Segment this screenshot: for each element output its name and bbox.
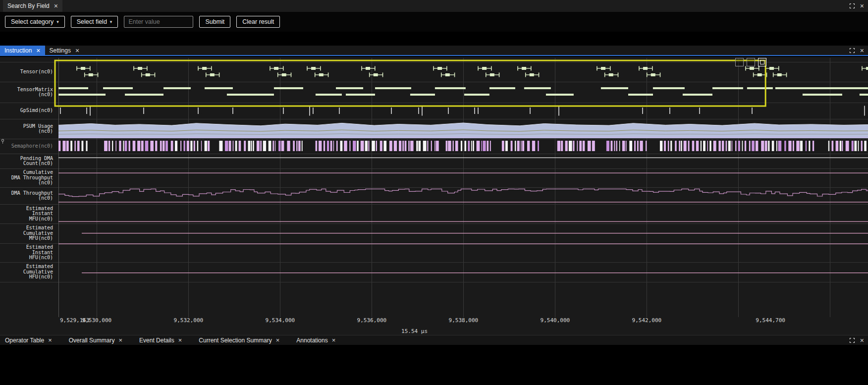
tab-label: Event Details	[139, 337, 174, 344]
select-category-button[interactable]: Select category ▾	[5, 16, 65, 28]
value-input[interactable]	[124, 16, 193, 28]
selection-box[interactable]	[55, 60, 765, 106]
caret-down-icon: ▾	[56, 19, 59, 24]
submit-button[interactable]: Submit	[199, 16, 230, 28]
search-toolbar: Select category ▾ Select field ▾ Submit …	[0, 12, 868, 32]
chart-control-button-2[interactable]	[747, 58, 755, 66]
caret-down-icon: ▾	[110, 19, 112, 24]
panel-close-button[interactable]: ×	[860, 47, 864, 54]
chart-control-button-3[interactable]	[758, 58, 766, 66]
tab-label: Overall Summary	[69, 337, 115, 344]
tab-event-details[interactable]: Event Details ×	[134, 335, 187, 345]
bottom-panel-content	[0, 345, 868, 385]
close-icon[interactable]: ×	[118, 337, 122, 343]
panel-expand-button[interactable]	[849, 48, 855, 54]
gpsimd-track-ticks	[60, 106, 865, 116]
timeline-panel-actions: ×	[849, 46, 868, 55]
panel-close-button[interactable]: ×	[860, 337, 864, 344]
panel-expand-button[interactable]	[849, 3, 855, 9]
psum-usage-band	[58, 123, 868, 138]
close-icon[interactable]: ×	[276, 337, 280, 343]
tab-settings[interactable]: Settings ×	[45, 46, 84, 55]
tab-label: Current Selection Summary	[199, 337, 271, 344]
app-root: Search By Field × × Select category ▾ Se…	[0, 0, 868, 385]
tab-label: Settings	[50, 47, 71, 54]
close-icon[interactable]: ×	[54, 2, 58, 9]
button-label: Clear result	[242, 18, 274, 25]
tab-instruction[interactable]: Instruction ×	[0, 46, 45, 55]
search-panel-actions: ×	[849, 2, 868, 9]
clear-result-button[interactable]: Clear result	[236, 16, 280, 28]
tab-label: Instruction	[4, 47, 32, 54]
close-icon[interactable]: ×	[36, 47, 40, 54]
timeline-chart: Tensor(nc0)TensorMatrix(nc0)GpSimd(nc0)P…	[0, 57, 868, 335]
panel-expand-button[interactable]	[849, 337, 855, 343]
expand-icon	[849, 337, 855, 343]
tab-label: Annotations	[296, 337, 327, 344]
tab-label: Search By Field	[7, 2, 50, 9]
chart-control-button-1[interactable]	[735, 58, 744, 66]
close-icon[interactable]: ×	[48, 337, 52, 343]
expand-icon	[849, 48, 855, 54]
button-label: Submit	[205, 18, 224, 25]
timeline-canvas[interactable]	[0, 57, 868, 335]
panel-close-button[interactable]: ×	[860, 2, 864, 9]
search-panel-tabbar: Search By Field × ×	[0, 0, 868, 12]
tab-current-selection-summary[interactable]: Current Selection Summary ×	[194, 335, 284, 345]
tab-label: Operator Table	[5, 337, 44, 344]
duration-label: 15.54 μs	[401, 328, 428, 334]
close-icon[interactable]: ×	[178, 337, 182, 343]
tab-overall-summary[interactable]: Overall Summary ×	[64, 335, 127, 345]
close-icon[interactable]: ×	[75, 47, 79, 54]
tab-operator-table[interactable]: Operator Table ×	[0, 335, 57, 345]
close-icon[interactable]: ×	[332, 337, 336, 343]
tab-annotations[interactable]: Annotations ×	[291, 335, 340, 345]
expand-icon	[849, 3, 855, 9]
bottom-tabbar: Operator Table × Overall Summary × Event…	[0, 335, 868, 345]
button-label: Select category	[11, 18, 54, 25]
semaphore-track-bars	[58, 141, 867, 151]
bottom-panel-actions: ×	[849, 337, 868, 344]
button-label: Select field	[77, 18, 107, 25]
tensor-track-bars	[76, 66, 868, 77]
select-field-button[interactable]: Select field ▾	[71, 16, 118, 28]
tab-search-by-field[interactable]: Search By Field ×	[3, 0, 62, 12]
timeline-tabbar: Instruction × Settings × ×	[0, 46, 868, 56]
